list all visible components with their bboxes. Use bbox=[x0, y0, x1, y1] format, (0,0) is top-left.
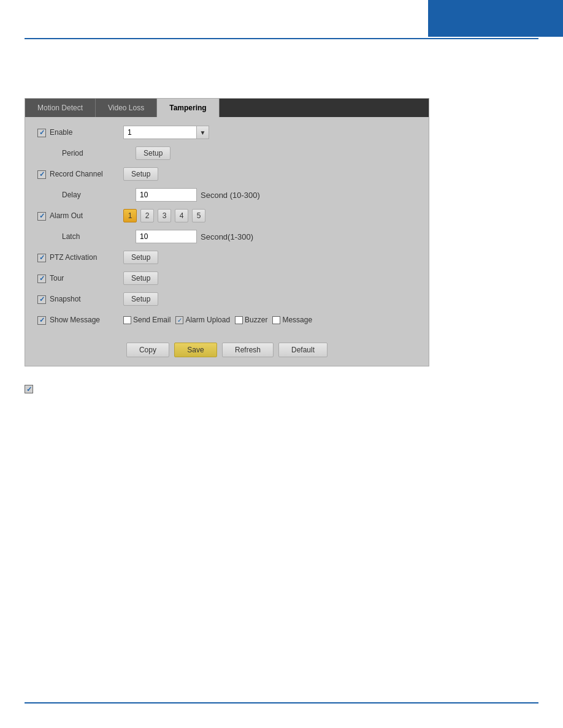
bottom-cb-row bbox=[25, 385, 538, 393]
alarm-upload-checkbox[interactable] bbox=[175, 316, 183, 324]
latch-label: Latch bbox=[62, 232, 136, 241]
period-content: Setup bbox=[136, 146, 416, 160]
bottom-checkbox[interactable] bbox=[25, 385, 33, 393]
record-channel-checkbox-cell bbox=[37, 169, 50, 179]
form-area: Enable ▼ Period Setup bbox=[25, 117, 429, 338]
ptz-activation-row: PTZ Activation Setup bbox=[37, 248, 416, 267]
ptz-activation-setup-button[interactable]: Setup bbox=[123, 251, 158, 264]
alarm-out-btn-5[interactable]: 5 bbox=[192, 209, 205, 222]
tab-video-loss[interactable]: Video Loss bbox=[96, 99, 157, 117]
ptz-activation-checkbox[interactable] bbox=[37, 254, 46, 262]
period-setup-button[interactable]: Setup bbox=[136, 146, 170, 160]
page-content: Motion Detect Video Loss Tampering Enabl… bbox=[25, 49, 538, 393]
alarm-upload-label: Alarm Upload bbox=[185, 316, 230, 324]
show-message-checkbox-cell bbox=[37, 315, 50, 325]
message-option: Message bbox=[272, 316, 312, 324]
enable-input[interactable] bbox=[123, 126, 197, 139]
snapshot-checkbox-cell bbox=[37, 294, 50, 304]
record-channel-checkbox[interactable] bbox=[37, 170, 46, 179]
delay-label: Delay bbox=[62, 191, 136, 199]
send-email-checkbox[interactable] bbox=[123, 316, 131, 324]
tab-bar: Motion Detect Video Loss Tampering bbox=[25, 99, 429, 117]
snapshot-checkbox[interactable] bbox=[37, 295, 46, 304]
show-message-label: Show Message bbox=[50, 316, 123, 324]
tour-label: Tour bbox=[50, 274, 123, 282]
default-button[interactable]: Default bbox=[278, 343, 327, 357]
show-message-row: Show Message Send Email Alarm Upload bbox=[37, 311, 416, 329]
tour-content: Setup bbox=[123, 271, 416, 285]
delay-row: Delay Second (10-300) bbox=[37, 186, 416, 204]
send-email-label: Send Email bbox=[133, 316, 170, 324]
ptz-activation-content: Setup bbox=[123, 251, 416, 264]
refresh-button[interactable]: Refresh bbox=[222, 343, 274, 357]
period-label: Period bbox=[62, 149, 136, 157]
ptz-activation-label: PTZ Activation bbox=[50, 253, 123, 262]
snapshot-content: Setup bbox=[123, 292, 416, 306]
enable-dropdown-wrapper: ▼ bbox=[123, 126, 209, 139]
show-message-options: Send Email Alarm Upload Buzzer bbox=[123, 316, 312, 324]
snapshot-row: Snapshot Setup bbox=[37, 290, 416, 308]
record-channel-row: Record Channel Setup bbox=[37, 165, 416, 183]
top-divider bbox=[25, 38, 538, 39]
save-button[interactable]: Save bbox=[174, 343, 217, 357]
latch-suffix: Second(1-300) bbox=[201, 232, 253, 241]
snapshot-label: Snapshot bbox=[50, 295, 123, 303]
bottom-checkbox-area bbox=[25, 385, 538, 393]
tab-motion-detect[interactable]: Motion Detect bbox=[25, 99, 96, 117]
latch-input[interactable] bbox=[136, 230, 197, 243]
copy-button[interactable]: Copy bbox=[126, 343, 169, 357]
buzzer-label: Buzzer bbox=[245, 316, 267, 324]
latch-row: Latch Second(1-300) bbox=[37, 227, 416, 246]
tour-checkbox-cell bbox=[37, 273, 50, 283]
tour-setup-button[interactable]: Setup bbox=[123, 271, 158, 285]
message-checkbox[interactable] bbox=[272, 316, 280, 324]
enable-checkbox-cell bbox=[37, 127, 50, 137]
buzzer-checkbox[interactable] bbox=[235, 316, 243, 324]
enable-content: ▼ bbox=[123, 126, 416, 139]
alarm-out-row: Alarm Out 1 2 3 4 5 bbox=[37, 207, 416, 225]
enable-label: Enable bbox=[50, 128, 123, 137]
record-channel-label: Record Channel bbox=[50, 170, 123, 178]
alarm-out-btn-1[interactable]: 1 bbox=[123, 209, 137, 222]
alarm-out-btn-4[interactable]: 4 bbox=[175, 209, 188, 222]
bottom-divider bbox=[25, 702, 538, 703]
alarm-out-label: Alarm Out bbox=[50, 211, 123, 220]
dialog-panel: Motion Detect Video Loss Tampering Enabl… bbox=[25, 98, 429, 366]
enable-checkbox[interactable] bbox=[37, 129, 46, 137]
show-message-checkbox[interactable] bbox=[37, 316, 46, 325]
delay-content: Second (10-300) bbox=[136, 188, 416, 202]
buzzer-option: Buzzer bbox=[235, 316, 267, 324]
action-row: Copy Save Refresh Default bbox=[25, 338, 429, 357]
alarm-upload-option: Alarm Upload bbox=[175, 316, 230, 324]
message-label: Message bbox=[282, 316, 312, 324]
period-row: Period Setup bbox=[37, 144, 416, 162]
delay-suffix: Second (10-300) bbox=[201, 191, 260, 200]
send-email-option: Send Email bbox=[123, 316, 170, 324]
tour-row: Tour Setup bbox=[37, 269, 416, 287]
alarm-out-btn-2[interactable]: 2 bbox=[140, 209, 154, 222]
alarm-out-content: 1 2 3 4 5 bbox=[123, 209, 416, 222]
alarm-out-checkbox-cell bbox=[37, 211, 50, 221]
latch-content: Second(1-300) bbox=[136, 230, 416, 243]
alarm-out-checkbox[interactable] bbox=[37, 212, 46, 221]
alarm-out-btn-3[interactable]: 3 bbox=[158, 209, 171, 222]
snapshot-setup-button[interactable]: Setup bbox=[123, 292, 158, 306]
delay-input[interactable] bbox=[136, 188, 197, 202]
tab-tampering[interactable]: Tampering bbox=[157, 99, 219, 117]
ptz-checkbox-cell bbox=[37, 252, 50, 262]
tour-checkbox[interactable] bbox=[37, 275, 46, 283]
record-channel-setup-button[interactable]: Setup bbox=[123, 167, 158, 181]
enable-dropdown-arrow[interactable]: ▼ bbox=[197, 126, 209, 139]
enable-row: Enable ▼ bbox=[37, 123, 416, 142]
tab-spacer bbox=[220, 99, 429, 117]
show-message-content: Send Email Alarm Upload Buzzer bbox=[123, 316, 416, 324]
top-blue-bar bbox=[428, 0, 563, 37]
record-channel-content: Setup bbox=[123, 167, 416, 181]
